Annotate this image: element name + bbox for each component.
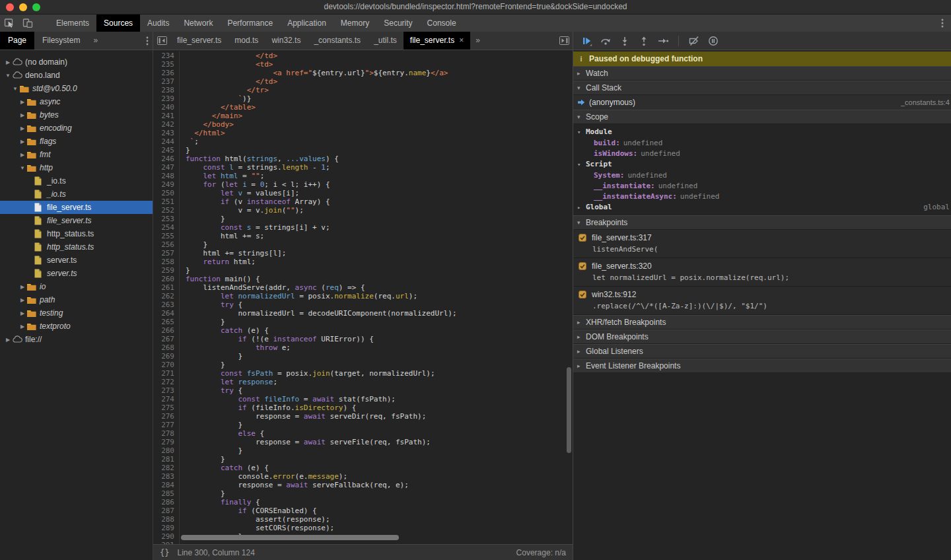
section-call-stack[interactable]: ▾Call Stack [573,81,951,95]
section-scope[interactable]: ▾Scope [573,110,951,124]
tree-item-io-ts[interactable]: _io.ts [0,174,153,188]
disclosure-triangle-icon[interactable]: ▶ [18,152,26,158]
line-number[interactable]: 272 [153,378,174,386]
step-out-icon[interactable] [637,36,651,46]
line-number[interactable]: 262 [153,292,174,300]
line-number[interactable]: 269 [153,352,174,361]
close-tab-icon[interactable]: × [459,36,464,45]
tree-item-http-status-ts[interactable]: http_status.ts [0,227,153,240]
disclosure-triangle-icon[interactable]: ▶ [18,324,26,330]
line-number[interactable]: 288 [153,515,174,524]
tree-item-textproto[interactable]: ▶textproto [0,320,153,333]
section-dom-breakpoints[interactable]: ▸DOM Breakpoints [573,330,951,344]
window-minimize-button[interactable] [19,3,27,11]
disclosure-triangle-icon[interactable]: ▶ [4,59,12,65]
tree-item-path[interactable]: ▶path [0,293,153,306]
editor-vertical-scrollbar[interactable] [567,367,571,453]
section-breakpoints[interactable]: ▾Breakpoints [573,215,951,230]
breakpoint-entry[interactable]: win32.ts:912.replace(/^\/*([A-Za-z]:)(\/… [573,287,951,315]
line-number[interactable]: 249 [153,180,174,189]
line-number[interactable]: 250 [153,189,174,197]
line-number[interactable]: 289 [153,524,174,532]
line-number[interactable]: 244 [153,137,174,146]
tab-application[interactable]: Application [280,15,334,32]
disclosure-triangle-icon[interactable]: ▶ [18,310,26,316]
tree-item-http[interactable]: ▼http [0,161,153,174]
tree-item-encoding[interactable]: ▶encoding [0,122,153,135]
line-number[interactable]: 258 [153,258,174,266]
line-number[interactable]: 286 [153,498,174,507]
tree-item-http-status-ts[interactable]: http_status.ts [0,240,153,254]
tab-audits[interactable]: Audits [140,15,176,32]
line-number[interactable]: 236 [153,69,174,77]
line-number[interactable]: 279 [153,438,174,446]
scope-group-module[interactable]: ▾Module [573,126,951,137]
line-number[interactable]: 284 [153,481,174,489]
step-icon[interactable] [656,36,670,46]
window-zoom-button[interactable] [32,3,40,11]
line-number[interactable]: 245 [153,146,174,155]
line-number[interactable]: 247 [153,163,174,172]
breakpoint-checkbox[interactable] [579,291,586,298]
line-number[interactable]: 267 [153,335,174,343]
scope-group-global[interactable]: ▸Globalglobal [573,201,951,213]
tab-network[interactable]: Network [176,15,220,32]
line-number[interactable]: 242 [153,120,174,129]
line-number[interactable]: 243 [153,129,174,137]
line-number[interactable]: 276 [153,412,174,421]
line-number[interactable]: 255 [153,232,174,240]
disclosure-triangle-icon[interactable]: ▶ [18,139,26,145]
tree-item-server-ts[interactable]: server.ts [0,267,153,280]
deactivate-breakpoints-icon[interactable] [687,36,701,46]
scope-property-build[interactable]: build:undefined [573,137,951,148]
inspect-element-icon[interactable] [0,15,18,32]
tree-item-std-v0-50-0[interactable]: ▼std@v0.50.0 [0,82,153,95]
disclosure-triangle-icon[interactable]: ▶ [18,99,26,105]
tree-item-deno-land[interactable]: ▼deno.land [0,69,153,82]
breakpoint-checkbox[interactable] [579,262,586,270]
scope-property-system[interactable]: System:undefined [573,170,951,180]
tab-sources[interactable]: Sources [96,15,140,32]
line-number[interactable]: 237 [153,77,174,86]
line-number[interactable]: 256 [153,240,174,249]
line-number[interactable]: 253 [153,215,174,223]
window-close-button[interactable] [6,3,14,11]
line-number[interactable]: 275 [153,403,174,412]
breakpoint-checkbox[interactable] [579,234,586,242]
navigator-tab-filesystem[interactable]: Filesystem [34,32,88,50]
disclosure-triangle-icon[interactable]: ▼ [4,73,12,79]
tab-memory[interactable]: Memory [334,15,376,32]
line-number[interactable]: 283 [153,472,174,481]
disclosure-triangle-icon[interactable]: ▶ [4,337,12,343]
line-number[interactable]: 280 [153,446,174,455]
scope-group-script[interactable]: ▾Script [573,158,951,170]
line-number[interactable]: 235 [153,60,174,69]
tree-item-testing[interactable]: ▶testing [0,306,153,320]
step-into-icon[interactable] [618,36,631,46]
editor-code[interactable]: </td> <td> <a href="${entry.url}">${entr… [180,52,573,544]
line-number[interactable]: 285 [153,489,174,498]
show-debugger-pane-icon[interactable] [555,32,573,50]
line-number[interactable]: 240 [153,103,174,112]
file-tab-mod-ts[interactable]: mod.ts [228,32,265,50]
tree-item-async[interactable]: ▶async [0,95,153,108]
file-tab-util-ts[interactable]: _util.ts [367,32,404,50]
line-number[interactable]: 273 [153,386,174,395]
line-number[interactable]: 271 [153,369,174,378]
line-number[interactable]: 277 [153,421,174,429]
file-tab-file-server-ts[interactable]: file_server.ts [170,32,228,50]
tree-item-file[interactable]: ▶file:// [0,333,153,346]
line-number[interactable]: 254 [153,223,174,232]
line-number[interactable]: 257 [153,249,174,258]
line-number[interactable]: 281 [153,455,174,464]
line-number[interactable]: 259 [153,266,174,275]
file-tab-file-server-ts[interactable]: file_server.ts× [404,32,470,50]
line-number[interactable]: 278 [153,429,174,438]
scope-property-instantiateasync[interactable]: __instantiateAsync:undefined [573,191,951,201]
line-number[interactable]: 248 [153,172,174,180]
section-global-listeners[interactable]: ▸Global Listeners [573,344,951,359]
file-tab-win32-ts[interactable]: win32.ts [265,32,307,50]
breakpoint-entry[interactable]: file_server.ts:317listenAndServe( [573,230,951,258]
line-number[interactable]: 246 [153,155,174,163]
scope-property-instantiate[interactable]: __instantiate:undefined [573,180,951,191]
